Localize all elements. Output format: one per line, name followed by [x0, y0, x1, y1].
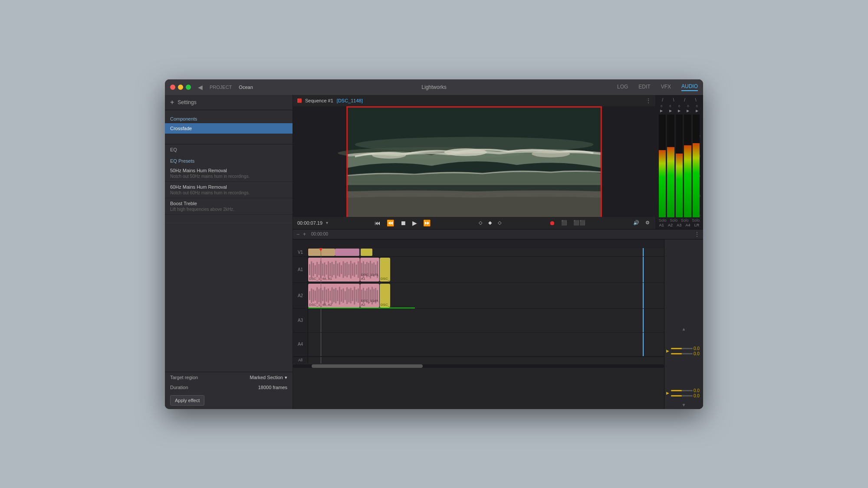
- add-component-button[interactable]: +: [170, 98, 174, 106]
- timecode-dropdown[interactable]: ▾: [326, 220, 328, 225]
- project-label: PROJECT: [210, 85, 232, 90]
- tab-vfx[interactable]: VFX: [661, 84, 671, 91]
- more-options-button[interactable]: ⋮: [646, 98, 651, 104]
- scroll-up-button[interactable]: ▲: [666, 327, 701, 331]
- eq-item[interactable]: EQ: [165, 144, 293, 155]
- stop-button[interactable]: ⏹: [399, 219, 408, 226]
- a3-content: [308, 309, 664, 332]
- a1-clip-3[interactable]: DSC_1: [380, 258, 390, 282]
- back-button[interactable]: ◀: [198, 84, 203, 91]
- svg-rect-9: [346, 106, 602, 108]
- svg-rect-35: [352, 263, 353, 275]
- zoom-out-button[interactable]: −: [296, 231, 299, 237]
- svg-rect-49: [309, 291, 310, 300]
- go-to-start-button[interactable]: ⏮: [373, 219, 382, 226]
- target-region-row: Target region Marked Section ▾: [165, 372, 293, 383]
- a2-clip-1[interactable]: DSC_1_48, A2: [308, 284, 360, 308]
- ch-a3: A3: [677, 223, 681, 227]
- fullscreen-button[interactable]: ⬛: [560, 220, 569, 226]
- v1-clip-3[interactable]: [361, 249, 372, 256]
- scroll-down-button[interactable]: ▼: [666, 403, 701, 407]
- duration-row: Duration 18000 frames: [165, 383, 293, 393]
- ch-a2: A2: [668, 223, 673, 227]
- zoom-in-button[interactable]: +: [303, 231, 306, 237]
- vol-slider-a4[interactable]: [671, 395, 693, 396]
- end-marker-a1: [643, 257, 644, 282]
- end-marker-a3: [643, 309, 644, 332]
- vol-icon-a1a2: ▶: [666, 349, 669, 353]
- close-button[interactable]: [170, 85, 175, 90]
- vol-slider-a3[interactable]: [671, 390, 693, 391]
- scrollbar-thumb[interactable]: [312, 364, 423, 368]
- all-timeline: [308, 357, 664, 364]
- preset-60hz-desc: Notch out 60Hz mains hum in recordings.: [170, 190, 287, 195]
- svg-rect-16: [316, 262, 318, 277]
- a1-clip-2[interactable]: DSC_1149, A1: [360, 258, 379, 282]
- svg-rect-73: [354, 287, 355, 305]
- sequence-header: Sequence #1 [DSC_1148] ⋮: [293, 95, 655, 106]
- v1-clip-1[interactable]: [308, 249, 335, 256]
- preset-50hz[interactable]: 50Hz Mains Hum Removal Notch out 50Hz ma…: [165, 165, 293, 182]
- fast-forward-button[interactable]: ⏩: [422, 219, 432, 226]
- timecode-display[interactable]: 00:00:07.19: [297, 220, 322, 226]
- a2-content: DSC_1_48, A2: [308, 283, 664, 308]
- svg-rect-27: [337, 263, 339, 275]
- settings-button[interactable]: Settings: [178, 99, 196, 105]
- preset-60hz-title: 60Hz Mains Hum Removal: [170, 184, 287, 190]
- svg-rect-33: [348, 264, 349, 275]
- left-panel: + Settings Components Crossfade EQ EQ Pr…: [165, 95, 293, 409]
- crossfade-item[interactable]: Crossfade: [165, 123, 293, 134]
- settings-icon[interactable]: ⚙: [644, 220, 651, 226]
- record-button[interactable]: ⏺: [548, 219, 556, 226]
- tab-log[interactable]: LOG: [617, 84, 628, 91]
- a2-clip-2-label: DSC_1149, A2: [361, 299, 379, 307]
- svg-rect-23: [329, 263, 331, 276]
- mark-in-button[interactable]: ◇: [477, 220, 483, 226]
- audio-settings-button[interactable]: 🔊: [632, 220, 641, 226]
- svg-rect-52: [315, 291, 316, 301]
- ocean-video-frame: [293, 106, 655, 217]
- tab-audio[interactable]: AUDIO: [681, 83, 698, 91]
- meter-icon-1: /: [662, 98, 663, 102]
- v1-clip-2[interactable]: [335, 249, 359, 256]
- preset-60hz[interactable]: 60Hz Mains Hum Removal Notch out 60Hz ma…: [165, 182, 293, 198]
- meter-icons: / \ / \: [657, 98, 701, 102]
- vol-slider-a1[interactable]: [671, 348, 693, 349]
- a1-clip-1[interactable]: DSC_1_48, A1: [308, 258, 360, 282]
- eq-presets-label: EQ Presets: [165, 155, 293, 165]
- svg-rect-15: [315, 265, 316, 274]
- chevron-down-icon: ▾: [285, 375, 287, 380]
- mark-out-button[interactable]: ◆: [487, 220, 493, 226]
- a2-clip-2[interactable]: DSC_1149, A2: [360, 284, 379, 308]
- split-view-button[interactable]: ⬛⬛: [572, 220, 587, 226]
- vol-slider-a2[interactable]: [671, 353, 693, 354]
- ch-a1: A1: [659, 223, 664, 227]
- preset-boost-treble-desc: Lift high frequencies above 2kHz.: [170, 207, 287, 212]
- svg-rect-68: [345, 291, 346, 300]
- play-button[interactable]: ▶: [411, 219, 418, 226]
- minimize-button[interactable]: [178, 85, 183, 90]
- timeline-scrollbar[interactable]: [293, 364, 664, 368]
- a2-clip-3[interactable]: DSC_1: [380, 284, 390, 308]
- target-region-value[interactable]: Marked Section ▾: [250, 375, 287, 380]
- sequence-title: Sequence #1: [305, 98, 333, 103]
- traffic-lights: [170, 85, 191, 90]
- apply-effect-button[interactable]: Apply effect: [170, 395, 204, 406]
- preview-main: Sequence #1 [DSC_1148] ⋮: [293, 95, 655, 229]
- tab-edit[interactable]: EDIT: [638, 84, 650, 91]
- a4-content: [308, 333, 664, 356]
- a2-clip-1-label: DSC_1_48, A2: [309, 303, 332, 307]
- maximize-button[interactable]: [186, 85, 191, 90]
- mark-clear-button[interactable]: ◇: [496, 220, 503, 226]
- a2-green-line: [308, 308, 415, 308]
- project-name[interactable]: Ocean: [239, 85, 253, 90]
- svg-rect-61: [332, 287, 333, 304]
- preset-boost-treble[interactable]: Boost Treble Lift high frequencies above…: [165, 198, 293, 215]
- svg-rect-70: [348, 289, 349, 302]
- timeline-more-button[interactable]: ⋮: [694, 231, 700, 237]
- svg-rect-59: [328, 288, 329, 302]
- svg-point-7: [532, 151, 570, 157]
- vol-icon-a3a4: ▶: [666, 391, 669, 395]
- ch-lr: LR: [694, 223, 700, 227]
- rewind-button[interactable]: ⏪: [385, 219, 395, 226]
